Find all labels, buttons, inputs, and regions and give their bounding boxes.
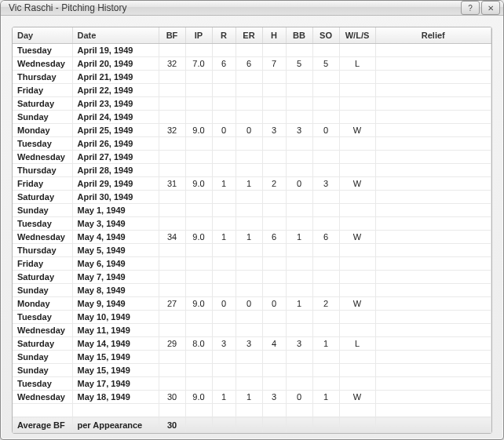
cell-r: 1 bbox=[212, 231, 236, 244]
col-day[interactable]: Day bbox=[13, 27, 72, 44]
table-row[interactable]: SaturdayApril 23, 1949 bbox=[13, 97, 491, 111]
cell-day: Tuesday bbox=[13, 217, 72, 231]
cell-bf bbox=[159, 364, 185, 377]
cell-er bbox=[236, 377, 262, 391]
col-wls[interactable]: W/L/S bbox=[339, 27, 375, 44]
cell-er bbox=[236, 351, 262, 364]
table-row[interactable]: ThursdayMay 5, 1949 bbox=[13, 244, 491, 257]
cell-bf bbox=[159, 377, 185, 391]
table-row[interactable]: SundayMay 15, 1949 bbox=[13, 364, 491, 377]
table-row[interactable]: WednesdayMay 4, 1949349.011616W bbox=[13, 231, 491, 244]
cell-date: April 25, 1949 bbox=[72, 124, 159, 137]
cell-relief bbox=[375, 164, 491, 177]
cell-wls: W bbox=[339, 391, 375, 404]
cell-er bbox=[236, 164, 262, 177]
table-row[interactable]: TuesdayMay 3, 1949 bbox=[13, 217, 491, 231]
table-row[interactable]: SundayMay 8, 1949 bbox=[13, 284, 491, 297]
col-date[interactable]: Date bbox=[72, 27, 159, 44]
col-so[interactable]: SO bbox=[312, 27, 339, 44]
cell-er bbox=[236, 324, 262, 337]
cell-wls: L bbox=[339, 57, 375, 71]
col-relief[interactable]: Relief bbox=[375, 27, 491, 44]
table-row[interactable]: ThursdayApril 28, 1949 bbox=[13, 164, 491, 177]
table-row[interactable]: TuesdayApril 26, 1949 bbox=[13, 137, 491, 151]
cell-date: April 22, 1949 bbox=[72, 84, 159, 97]
cell-relief bbox=[375, 97, 491, 111]
table-row[interactable]: SaturdayMay 7, 1949 bbox=[13, 271, 491, 284]
cell-bf bbox=[159, 164, 185, 177]
cell-ip: 9.0 bbox=[185, 297, 212, 311]
cell-day: Sunday bbox=[13, 351, 72, 364]
summary-row: Average BFper Appearance30 bbox=[13, 417, 491, 433]
cell-date: May 18, 1949 bbox=[72, 391, 159, 404]
table-row[interactable]: FridayApril 29, 1949319.011203W bbox=[13, 177, 491, 191]
cell-er bbox=[236, 257, 262, 271]
help-button[interactable]: ? bbox=[461, 1, 480, 15]
table-row[interactable]: TuesdayApril 19, 1949 bbox=[13, 44, 491, 57]
table-row[interactable]: TuesdayMay 10, 1949 bbox=[13, 311, 491, 324]
table-row[interactable]: SaturdayApril 30, 1949 bbox=[13, 191, 491, 204]
cell-wls: W bbox=[339, 177, 375, 191]
col-bf[interactable]: BF bbox=[159, 27, 185, 44]
cell-relief bbox=[375, 84, 491, 97]
cell-day: Sunday bbox=[13, 284, 72, 297]
summary-cell-r bbox=[212, 417, 236, 433]
table-row[interactable]: FridayApril 22, 1949 bbox=[13, 84, 491, 97]
close-window-button[interactable]: ✕ bbox=[481, 1, 500, 15]
col-ip[interactable]: IP bbox=[185, 27, 212, 44]
cell-bb: 5 bbox=[286, 57, 312, 71]
cell-ip bbox=[185, 404, 212, 417]
cell-ip bbox=[185, 351, 212, 364]
cell-day: Sunday bbox=[13, 364, 72, 377]
table-row[interactable]: SundayMay 15, 1949 bbox=[13, 351, 491, 364]
cell-so bbox=[312, 97, 339, 111]
cell-bf: 27 bbox=[159, 297, 185, 311]
cell-er bbox=[236, 364, 262, 377]
cell-day: Wednesday bbox=[13, 391, 72, 404]
table-row[interactable]: MondayApril 25, 1949329.000330W bbox=[13, 124, 491, 137]
table-row[interactable]: SundayMay 1, 1949 bbox=[13, 204, 491, 217]
cell-bb: 1 bbox=[286, 297, 312, 311]
cell-ip: 9.0 bbox=[185, 231, 212, 244]
table-row[interactable]: WednesdayApril 20, 1949327.066755L bbox=[13, 57, 491, 71]
table-row[interactable]: ThursdayApril 21, 1949 bbox=[13, 71, 491, 84]
cell-bf bbox=[159, 151, 185, 164]
cell-bb bbox=[286, 44, 312, 57]
cell-er bbox=[236, 217, 262, 231]
table-row[interactable]: TuesdayMay 17, 1949 bbox=[13, 377, 491, 391]
cell-er bbox=[236, 44, 262, 57]
cell-h bbox=[262, 284, 286, 297]
cell-ip bbox=[185, 257, 212, 271]
col-r[interactable]: R bbox=[212, 27, 236, 44]
cell-day: Wednesday bbox=[13, 231, 72, 244]
cell-r: 0 bbox=[212, 297, 236, 311]
cell-r: 6 bbox=[212, 57, 236, 71]
cell-bb bbox=[286, 271, 312, 284]
cell-relief bbox=[375, 337, 491, 351]
table-row[interactable]: FridayMay 6, 1949 bbox=[13, 257, 491, 271]
cell-date: May 9, 1949 bbox=[72, 297, 159, 311]
col-h[interactable]: H bbox=[262, 27, 286, 44]
titlebar[interactable]: Vic Raschi - Pitching History ? ✕ bbox=[1, 1, 503, 16]
table-row[interactable]: WednesdayMay 18, 1949309.011301W bbox=[13, 391, 491, 404]
cell-date: May 1, 1949 bbox=[72, 204, 159, 217]
col-er[interactable]: ER bbox=[236, 27, 262, 44]
cell-relief bbox=[375, 244, 491, 257]
table-row[interactable]: WednesdayApril 27, 1949 bbox=[13, 151, 491, 164]
cell-day: Tuesday bbox=[13, 311, 72, 324]
table-row[interactable]: SaturdayMay 14, 1949298.033431L bbox=[13, 337, 491, 351]
cell-relief bbox=[375, 204, 491, 217]
cell-h: 4 bbox=[262, 337, 286, 351]
cell-date: May 10, 1949 bbox=[72, 311, 159, 324]
cell-date: April 26, 1949 bbox=[72, 137, 159, 151]
table-row[interactable]: MondayMay 9, 1949279.000012W bbox=[13, 297, 491, 311]
cell-so bbox=[312, 137, 339, 151]
cell-er bbox=[236, 271, 262, 284]
cell-day: Wednesday bbox=[13, 324, 72, 337]
cell-r bbox=[212, 244, 236, 257]
cell-r: 1 bbox=[212, 391, 236, 404]
table-row[interactable]: SundayApril 24, 1949 bbox=[13, 111, 491, 124]
col-bb[interactable]: BB bbox=[286, 27, 312, 44]
cell-bf bbox=[159, 351, 185, 364]
table-row[interactable]: WednesdayMay 11, 1949 bbox=[13, 324, 491, 337]
